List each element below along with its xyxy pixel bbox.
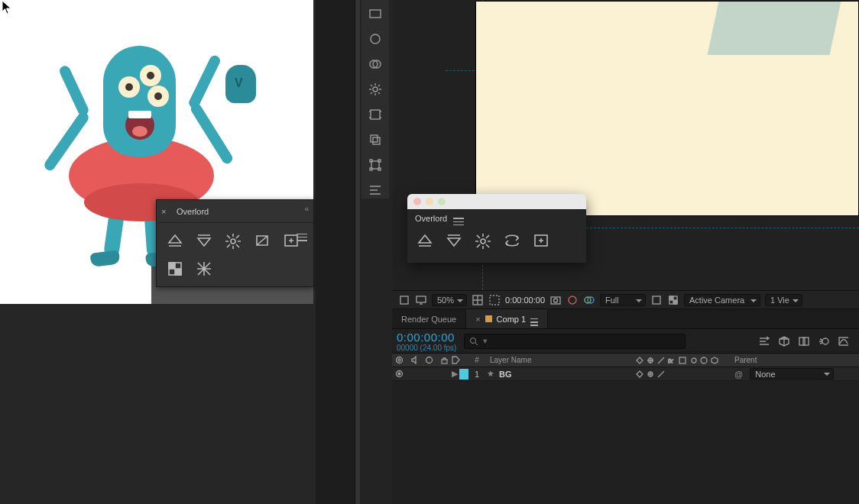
layer-frameblend[interactable]: [678, 370, 686, 378]
tab-comp[interactable]: × Comp 1: [466, 309, 548, 328]
view-count-select[interactable]: 1 Vie: [765, 294, 802, 306]
checker-icon[interactable]: [164, 258, 186, 278]
svg-rect-40: [442, 360, 447, 363]
col-label-icon[interactable]: [452, 356, 460, 364]
push-to-ae-icon[interactable]: [415, 231, 435, 250]
svg-rect-23: [490, 296, 499, 305]
col-switches: fx: [630, 356, 730, 364]
composition-canvas[interactable]: [476, 2, 858, 215]
panel-tabbar[interactable]: × Overlord «: [157, 200, 313, 223]
display-icon[interactable]: [415, 294, 427, 306]
layer-fx[interactable]: [667, 370, 676, 378]
layer-adjust[interactable]: [699, 370, 708, 378]
tool-sun-icon[interactable]: [366, 80, 384, 98]
window-titlebar[interactable]: [407, 194, 586, 209]
layer-visibility-toggle[interactable]: [395, 370, 404, 378]
tool-transform-icon[interactable]: [366, 156, 384, 173]
svg-text:fx: fx: [668, 357, 673, 364]
tool-copy-icon[interactable]: [366, 131, 384, 148]
col-video-icon[interactable]: [395, 356, 404, 364]
col-layer-name[interactable]: Layer Name: [485, 356, 630, 364]
col-solo-icon[interactable]: [425, 356, 433, 364]
svg-rect-31: [673, 300, 677, 304]
layer-audio-toggle[interactable]: [410, 370, 419, 378]
layer-twirl-icon[interactable]: ▶: [452, 369, 458, 379]
overlord-illustrator-panel[interactable]: × Overlord «: [156, 199, 314, 287]
mask-color-icon[interactable]: [566, 294, 579, 306]
collapse-icon[interactable]: «: [304, 205, 309, 213]
col-audio-icon[interactable]: [410, 356, 419, 364]
overlord-ae-window[interactable]: Overlord: [407, 194, 586, 263]
pickwhip-icon[interactable]: @: [734, 370, 743, 379]
magnify-icon[interactable]: [398, 294, 410, 306]
splitter[interactable]: [355, 0, 360, 504]
swap-icon[interactable]: [251, 231, 273, 250]
layer-shy[interactable]: [635, 370, 643, 378]
svg-point-0: [231, 239, 235, 244]
camera-value: Active Camera: [689, 296, 744, 305]
swap-icon[interactable]: [502, 231, 522, 250]
safe-zones-icon[interactable]: [488, 294, 501, 306]
composition-flowchart-icon[interactable]: [758, 335, 770, 347]
motion-blur-icon[interactable]: [818, 335, 830, 347]
tool-align-icon[interactable]: [366, 181, 384, 199]
graph-editor-icon[interactable]: [838, 335, 850, 347]
frame-blend-icon[interactable]: [798, 335, 810, 347]
close-icon[interactable]: ×: [161, 208, 169, 215]
transparency-grid-icon[interactable]: [667, 294, 679, 306]
composition-viewer[interactable]: [392, 0, 859, 309]
layer-color-swatch[interactable]: [459, 369, 468, 380]
switch-collapse-icon: [646, 356, 654, 364]
parent-select[interactable]: None: [750, 368, 834, 380]
channel-icon[interactable]: [583, 294, 595, 306]
col-parent: Parent: [730, 356, 859, 364]
svg-point-6: [371, 34, 380, 44]
pull-from-ae-icon[interactable]: [193, 231, 215, 250]
layer-motionblur[interactable]: [689, 370, 697, 378]
detach-icon[interactable]: [193, 258, 215, 278]
window-close-icon[interactable]: [413, 198, 421, 205]
viewer-timecode[interactable]: 0:00:00:00: [505, 296, 545, 305]
panel-menu-icon[interactable]: [297, 227, 307, 241]
region-icon[interactable]: [650, 294, 663, 306]
app-divider[interactable]: [316, 0, 355, 504]
svg-rect-11: [371, 135, 378, 142]
camera-select[interactable]: Active Camera: [684, 294, 760, 306]
window-minimize-icon[interactable]: [426, 198, 433, 205]
switch-3d-icon: [710, 356, 718, 364]
timeline-header-icons: [758, 335, 854, 347]
switch-frameblend-icon: [678, 356, 686, 364]
tool-cc-icon[interactable]: [366, 55, 384, 73]
tool-rect-icon[interactable]: [366, 5, 384, 22]
layer-solo-toggle[interactable]: [425, 370, 433, 378]
snapshot-icon[interactable]: [549, 294, 562, 306]
col-index: #: [468, 356, 485, 364]
explode-icon[interactable]: [222, 231, 244, 250]
layer-name[interactable]: BG: [499, 370, 512, 379]
tab-menu-icon[interactable]: [530, 312, 538, 326]
push-to-ae-icon[interactable]: [164, 231, 186, 250]
window-zoom-icon[interactable]: [438, 198, 446, 205]
layer-collapse[interactable]: [646, 370, 654, 378]
tab-close-icon[interactable]: ×: [475, 315, 480, 324]
tool-artboard-icon[interactable]: [366, 105, 384, 123]
tab-comp-label: Comp 1: [497, 315, 527, 324]
panel-menu-icon[interactable]: [453, 212, 464, 226]
resolution-select[interactable]: Full: [600, 294, 646, 306]
zoom-select[interactable]: 50%: [432, 294, 467, 306]
tab-render-queue[interactable]: Render Queue: [392, 309, 466, 328]
layer-lock-toggle[interactable]: [440, 370, 449, 378]
current-time[interactable]: 0:00:00:00: [397, 331, 456, 344]
explode-icon[interactable]: [473, 231, 493, 250]
new-comp-icon[interactable]: [531, 231, 551, 250]
layer-search-input[interactable]: ▾: [464, 334, 686, 349]
layer-quality[interactable]: [656, 370, 665, 378]
layer-row[interactable]: ▶ 1 ★ BG @ None: [392, 367, 859, 381]
layer-3d[interactable]: [710, 370, 718, 378]
tool-circle-icon[interactable]: [366, 30, 384, 47]
pull-from-ae-icon[interactable]: [444, 231, 464, 250]
col-lock-icon[interactable]: [440, 356, 449, 364]
draft3d-icon[interactable]: [778, 335, 790, 347]
grid-toggle-icon[interactable]: [472, 294, 484, 306]
panel-tab-overlord[interactable]: Overlord: [173, 200, 216, 222]
